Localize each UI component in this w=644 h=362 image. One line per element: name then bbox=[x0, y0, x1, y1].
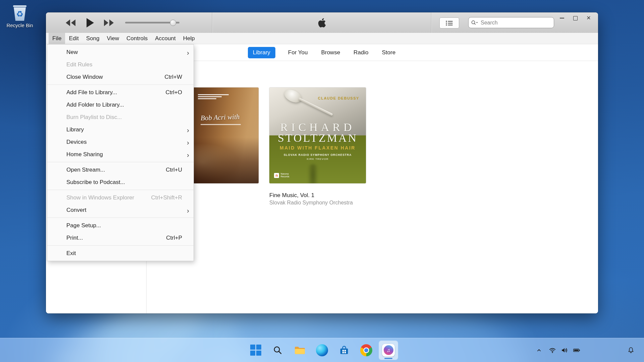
itunes-window: ✕ File Edit Song View Controls Account H… bbox=[46, 12, 598, 313]
menu-item-new[interactable]: New › bbox=[47, 46, 194, 58]
menu-item-label: Home Sharing bbox=[66, 151, 103, 158]
cover-artist-name-line2: STOLTZMAN bbox=[269, 132, 366, 144]
menu-item-label: Print... bbox=[66, 235, 83, 241]
play-icon bbox=[86, 18, 94, 27]
menu-item-shortcut: Ctrl+W bbox=[165, 74, 182, 80]
tray-status-cluster[interactable] bbox=[545, 342, 584, 358]
menu-item-edit-rules: Edit Rules bbox=[47, 58, 194, 71]
recycle-bin-shortcut[interactable]: ♻ Recycle Bin bbox=[5, 5, 35, 28]
tab-radio[interactable]: Radio bbox=[353, 47, 369, 58]
menubar-item-file[interactable]: File bbox=[49, 33, 65, 44]
album-card-fine-music[interactable]: CLAUDE DEBUSSY RICHARD STOLTZMAN MAID WI… bbox=[269, 87, 366, 206]
menu-item-label: Library bbox=[66, 126, 84, 133]
cover-credit-conductor: KIRK TREVOR bbox=[269, 158, 366, 161]
tab-library[interactable]: Library bbox=[248, 47, 275, 58]
menu-item-devices[interactable]: Devices › bbox=[47, 136, 194, 148]
wifi-icon bbox=[547, 344, 558, 357]
tab-for-you[interactable]: For You bbox=[287, 47, 309, 58]
recycle-symbol-icon: ♻ bbox=[16, 7, 23, 21]
maximize-button[interactable] bbox=[569, 13, 581, 23]
cover-script-text: Bob Acri with bbox=[201, 113, 240, 122]
submenu-chevron-icon: › bbox=[187, 138, 189, 145]
play-button[interactable] bbox=[84, 12, 97, 33]
maximize-icon bbox=[573, 16, 578, 20]
fast-forward-button[interactable] bbox=[102, 12, 115, 33]
menu-item-home-sharing[interactable]: Home Sharing › bbox=[47, 148, 194, 161]
submenu-chevron-icon: › bbox=[187, 206, 189, 214]
file-explorer-icon bbox=[294, 345, 306, 355]
menubar-item-controls[interactable]: Controls bbox=[123, 33, 151, 44]
cover-caption-lines bbox=[198, 94, 229, 100]
search-input[interactable] bbox=[480, 19, 551, 26]
titlebar-divider bbox=[431, 12, 431, 33]
search-icon bbox=[471, 20, 478, 25]
battery-icon bbox=[571, 344, 582, 357]
menu-item-label: Convert bbox=[66, 207, 87, 214]
menu-item-add-folder-to-library[interactable]: Add Folder to Library... bbox=[47, 99, 194, 111]
volume-slider[interactable] bbox=[125, 22, 179, 23]
menu-separator bbox=[47, 84, 194, 85]
menubar-item-view[interactable]: View bbox=[103, 33, 123, 44]
rewind-button[interactable] bbox=[64, 12, 77, 33]
tab-browse[interactable]: Browse bbox=[320, 47, 341, 58]
menu-item-close-window[interactable]: Close Window Ctrl+W bbox=[47, 71, 194, 83]
tray-overflow-button[interactable] bbox=[533, 344, 545, 357]
chrome-button[interactable] bbox=[357, 341, 376, 360]
menu-item-library[interactable]: Library › bbox=[47, 123, 194, 136]
menubar-item-account[interactable]: Account bbox=[151, 33, 179, 44]
close-button[interactable]: ✕ bbox=[583, 13, 595, 23]
search-box[interactable] bbox=[468, 17, 554, 28]
microsoft-store-button[interactable] bbox=[335, 341, 354, 360]
itunes-icon: ♫ bbox=[382, 344, 395, 357]
menu-item-label: Close Window bbox=[66, 74, 103, 80]
menu-item-burn-playlist: Burn Playlist to Disc... bbox=[47, 111, 194, 123]
list-view-icon bbox=[445, 20, 453, 26]
menu-item-convert[interactable]: Convert › bbox=[47, 204, 194, 216]
menubar-item-edit[interactable]: Edit bbox=[65, 33, 82, 44]
record-label-badge: n Navona Records bbox=[274, 173, 294, 178]
menu-item-add-file-to-library[interactable]: Add File to Library... Ctrl+O bbox=[47, 86, 194, 99]
menu-item-subscribe-to-podcast[interactable]: Subscribe to Podcast... bbox=[47, 176, 194, 188]
album-title[interactable]: Fine Music, Vol. 1 bbox=[269, 192, 366, 199]
menu-item-print[interactable]: Print... Ctrl+P bbox=[47, 232, 194, 244]
title-bar[interactable]: ✕ bbox=[46, 12, 598, 33]
cover-composer-text: CLAUDE DEBUSSY bbox=[318, 96, 359, 100]
edge-button[interactable] bbox=[313, 341, 331, 360]
file-explorer-button[interactable] bbox=[290, 341, 309, 360]
menu-item-label: Burn Playlist to Disc... bbox=[66, 114, 122, 121]
notifications-bell-button[interactable] bbox=[625, 344, 637, 357]
desktop-wallpaper: ♻ Recycle Bin bbox=[0, 0, 644, 362]
itunes-button[interactable]: ♫ bbox=[379, 341, 398, 360]
menubar-item-song[interactable]: Song bbox=[83, 33, 103, 44]
taskbar-center-icons: ♫ bbox=[246, 341, 398, 360]
menu-item-exit[interactable]: Exit bbox=[47, 247, 194, 259]
start-button[interactable] bbox=[246, 341, 265, 360]
minimize-button[interactable] bbox=[556, 13, 568, 23]
cover-album-title: MAID WITH FLAXEN HAIR bbox=[269, 145, 366, 150]
menu-item-label: Open Stream... bbox=[66, 167, 105, 173]
menu-item-label: Subscribe to Podcast... bbox=[66, 179, 125, 186]
tab-store[interactable]: Store bbox=[381, 47, 396, 58]
menu-item-shortcut: Ctrl+U bbox=[166, 167, 182, 173]
menu-item-page-setup[interactable]: Page Setup... bbox=[47, 219, 194, 232]
menubar-item-help[interactable]: Help bbox=[179, 33, 199, 44]
taskbar: ♫ bbox=[0, 338, 644, 362]
fast-forward-icon bbox=[103, 19, 114, 26]
menu-item-label: Exit bbox=[66, 250, 76, 257]
menu-item-open-stream[interactable]: Open Stream... Ctrl+U bbox=[47, 164, 194, 176]
rewind-icon bbox=[65, 19, 76, 26]
microsoft-store-icon bbox=[339, 345, 350, 356]
taskbar-search-button[interactable] bbox=[268, 341, 287, 360]
edge-icon bbox=[316, 344, 328, 356]
close-icon: ✕ bbox=[586, 15, 591, 21]
menu-item-label: Edit Rules bbox=[66, 61, 92, 68]
menu-item-label: Add Folder to Library... bbox=[66, 102, 124, 108]
menu-item-label: Show in Windows Explorer bbox=[66, 194, 134, 201]
view-as-list-button[interactable] bbox=[439, 17, 459, 28]
clarinet-graphic bbox=[308, 164, 318, 183]
volume-slider-knob[interactable] bbox=[170, 19, 176, 26]
menu-item-label: Page Setup... bbox=[66, 222, 101, 229]
album-cover-fine-music[interactable]: CLAUDE DEBUSSY RICHARD STOLTZMAN MAID WI… bbox=[269, 87, 366, 183]
album-artist[interactable]: Slovak Radio Symphony Orchestra bbox=[269, 200, 366, 206]
menu-item-label: New bbox=[66, 49, 78, 56]
